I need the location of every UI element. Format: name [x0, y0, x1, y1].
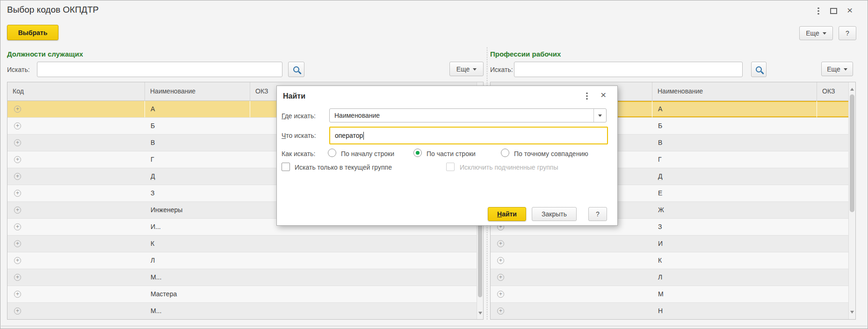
where-combobox[interactable]: Наименование — [329, 108, 607, 122]
table-row[interactable]: М... — [7, 303, 483, 320]
maximize-icon[interactable] — [830, 8, 837, 14]
checkbox-current-group-label[interactable]: Искать только в текущей группе — [295, 164, 392, 171]
column-header-code[interactable]: Код — [7, 82, 145, 100]
table-row[interactable]: Н — [491, 303, 855, 320]
row-name-cell: А — [652, 101, 817, 117]
row-name-cell: К — [145, 236, 250, 252]
checkbox-exclude-subgroups-label: Исключить подчиненные группы — [460, 164, 558, 171]
checkbox-current-group[interactable] — [282, 163, 290, 171]
close-button[interactable]: Закрыть — [532, 207, 577, 221]
left-search-input[interactable] — [37, 62, 282, 77]
right-search-button[interactable] — [751, 62, 767, 77]
dialog-kebab-icon[interactable] — [584, 92, 590, 100]
expand-plus-icon[interactable] — [14, 207, 21, 214]
right-more-button[interactable]: Еще — [821, 62, 853, 76]
help-button-top[interactable]: ? — [839, 26, 856, 40]
chevron-down-icon — [844, 68, 847, 72]
row-name-cell: Г — [145, 151, 250, 168]
dialog-title: Найти — [283, 92, 305, 100]
close-icon[interactable]: × — [847, 7, 853, 14]
expand-plus-icon[interactable] — [14, 274, 21, 281]
right-panel-title: Профессии рабочих — [490, 50, 561, 58]
left-more-button[interactable]: Еще — [449, 62, 484, 76]
text-cursor — [363, 132, 364, 140]
table-row[interactable]: Мастера — [7, 286, 483, 303]
row-okz-cell — [250, 236, 483, 252]
expand-plus-icon[interactable] — [14, 223, 21, 230]
what-label: Что искать: — [282, 132, 316, 139]
table-row[interactable]: М... — [7, 269, 483, 286]
expand-plus-icon[interactable] — [14, 139, 21, 146]
radio-start-of-string[interactable] — [328, 149, 336, 157]
column-header-name[interactable]: Наименование — [652, 82, 817, 100]
row-code-cell — [7, 252, 145, 269]
scroll-thumb[interactable] — [850, 94, 854, 212]
right-search-label: Искать: — [490, 66, 513, 73]
expand-plus-icon[interactable] — [14, 122, 21, 129]
radio-start-label[interactable]: По началу строки — [341, 150, 394, 157]
row-name-cell: Б — [652, 118, 817, 134]
what-input[interactable]: оператор — [329, 127, 608, 144]
row-code-cell — [491, 236, 652, 252]
radio-exact-label[interactable]: По точному совпадению — [514, 150, 588, 157]
row-code-cell — [491, 269, 652, 286]
expand-plus-icon[interactable] — [497, 257, 504, 264]
row-code-cell — [7, 202, 145, 218]
table-row[interactable]: Л — [491, 269, 855, 286]
row-code-cell — [7, 151, 145, 168]
dropdown-button[interactable] — [593, 109, 606, 122]
more-button-top[interactable]: Еще — [799, 26, 833, 40]
radio-part-of-string[interactable] — [413, 149, 422, 157]
scroll-down-icon[interactable] — [478, 312, 482, 316]
table-row[interactable]: К — [7, 236, 483, 252]
chevron-down-icon — [823, 32, 826, 36]
window-title: Выбор кодов ОКПДТР — [7, 5, 99, 15]
table-row[interactable]: К — [491, 252, 855, 269]
find-button[interactable]: Найти — [488, 207, 526, 221]
table-row[interactable]: М — [491, 286, 855, 303]
expand-plus-icon[interactable] — [14, 190, 21, 197]
expand-plus-icon[interactable] — [497, 308, 504, 315]
left-panel-title: Должности служащих — [7, 50, 83, 58]
row-code-cell — [491, 252, 652, 269]
row-okz-cell — [250, 269, 483, 286]
expand-plus-icon[interactable] — [14, 308, 21, 315]
row-code-cell — [7, 101, 145, 117]
dialog-close-icon[interactable]: × — [600, 92, 606, 98]
checkbox-exclude-subgroups[interactable] — [446, 163, 455, 171]
where-label: Где искать: — [282, 112, 316, 120]
scroll-down-icon[interactable] — [850, 311, 854, 315]
expand-plus-icon[interactable] — [14, 240, 21, 247]
right-search-input[interactable] — [514, 62, 743, 77]
radio-exact-match[interactable] — [501, 149, 509, 157]
right-table-scrollbar[interactable] — [848, 82, 855, 319]
row-name-cell: Е — [652, 185, 817, 201]
expand-plus-icon[interactable] — [14, 257, 21, 264]
expand-plus-icon[interactable] — [14, 156, 21, 163]
row-name-cell: Мастера — [145, 286, 250, 302]
table-row[interactable]: Л — [7, 252, 483, 269]
row-name-cell: Л — [652, 269, 817, 286]
row-name-cell: И... — [145, 219, 250, 235]
expand-plus-icon[interactable] — [14, 291, 21, 298]
dialog-help-button[interactable]: ? — [588, 207, 607, 221]
radio-part-label[interactable]: По части строки — [427, 150, 476, 157]
where-value: Наименование — [330, 112, 593, 119]
expand-plus-icon[interactable] — [14, 106, 21, 113]
how-label: Как искать: — [282, 150, 315, 157]
expand-plus-icon[interactable] — [497, 240, 504, 247]
row-code-cell — [491, 303, 652, 319]
select-button[interactable]: Выбрать — [7, 25, 58, 40]
row-name-cell: И — [652, 236, 817, 252]
window-kebab-icon[interactable] — [815, 7, 822, 15]
left-search-button[interactable] — [288, 62, 304, 77]
expand-plus-icon[interactable] — [14, 173, 21, 180]
row-name-cell: З — [652, 219, 817, 235]
scroll-up-icon[interactable] — [850, 86, 854, 91]
column-header-name[interactable]: Наименование — [145, 82, 250, 100]
row-name-cell: В — [145, 135, 250, 151]
table-row[interactable]: И — [491, 236, 855, 252]
expand-plus-icon[interactable] — [497, 291, 504, 298]
find-dialog: Найти × Где искать: Наименование Что иск… — [276, 86, 618, 226]
expand-plus-icon[interactable] — [497, 274, 504, 281]
